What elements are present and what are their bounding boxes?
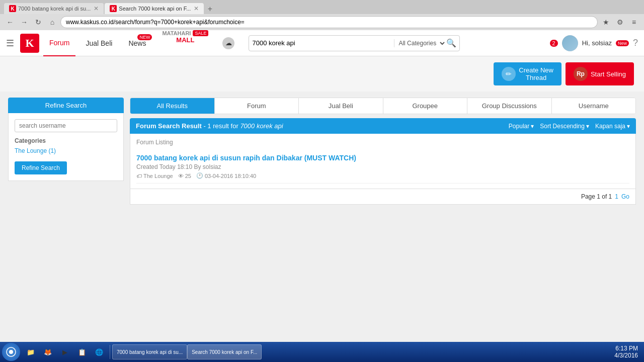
nav-forum[interactable]: Forum: [43, 30, 75, 56]
browser-nav-right: ★ ⚙ ≡: [600, 16, 640, 28]
browser-tab-2[interactable]: K Search 7000 korek api on F... ✕: [105, 3, 204, 14]
go-button[interactable]: Go: [621, 193, 629, 200]
new-user-badge: New: [616, 40, 629, 46]
sort-descending[interactable]: Sort Descending ▾: [540, 123, 589, 130]
category-lounge-link[interactable]: The Lounge (1): [15, 147, 117, 154]
reload-button[interactable]: ↻: [32, 16, 44, 28]
sidebar-title: Refine Search: [8, 98, 124, 113]
start-button[interactable]: [2, 343, 20, 361]
nav-jualbeli[interactable]: Jual Beli: [79, 30, 118, 56]
hamburger-menu[interactable]: ☰: [6, 38, 14, 49]
tag-category: 🏷 The Lounge: [136, 173, 173, 179]
tab-groupee[interactable]: Groupee: [383, 98, 468, 114]
page-number[interactable]: 1: [615, 193, 618, 200]
browser-tab-1[interactable]: K 7000 batang korek api di su... ✕: [4, 3, 104, 14]
nav-mall[interactable]: MATAHARI SALE MALL: [156, 30, 214, 56]
taskbar-file-manager[interactable]: 📁: [23, 344, 38, 359]
search-bar: All Categories 🔍: [249, 35, 460, 51]
taskbar: 📁 🦊 ▶ 📋 🌐 7000 batang korek api di su...…: [0, 342, 644, 362]
help-button[interactable]: ?: [633, 38, 638, 48]
tab-group-discussions[interactable]: Group Discussions: [467, 98, 552, 114]
taskbar-window-1[interactable]: 7000 batang korek api di su...: [112, 344, 187, 359]
search-button[interactable]: 🔍: [446, 38, 456, 48]
taskbar-right: 6:13 PM 4/3/2016: [614, 345, 642, 359]
main-layout: Refine Search Categories The Lounge (1) …: [0, 92, 644, 362]
tab-jualbeli[interactable]: Jual Beli: [299, 98, 383, 114]
username-search-input[interactable]: [15, 119, 117, 132]
pagination: Page 1 of 1 1 Go: [130, 189, 636, 205]
nav-news[interactable]: News NEW: [122, 30, 152, 56]
sidebar-body: Categories The Lounge (1) Refine Search: [8, 113, 124, 181]
header-right: 2 Hi, solsiaz New ?: [550, 35, 638, 51]
result-meta: Created Today 18:10 By solsiaz: [136, 163, 629, 170]
action-bar: ✏ Create NewThread Rp Start Selling: [0, 56, 644, 92]
browser-chrome: K 7000 batang korek api di su... ✕ K Sea…: [0, 0, 644, 30]
tab-forum[interactable]: Forum: [215, 98, 299, 114]
pencil-icon: ✏: [502, 67, 516, 81]
weather-icon: ☁: [222, 37, 234, 49]
site-logo[interactable]: K: [20, 34, 39, 53]
tab-close-2[interactable]: ✕: [194, 5, 199, 12]
taskbar-window-2[interactable]: Search 7000 korek api on F...: [187, 344, 262, 359]
results-body: Forum Listing 7000 batang korek api di s…: [130, 134, 636, 189]
sidebar: Refine Search Categories The Lounge (1) …: [8, 98, 124, 362]
search-input[interactable]: [252, 39, 394, 47]
categories-label: Categories: [15, 137, 117, 144]
taskbar-media[interactable]: ▶: [57, 344, 72, 359]
result-header: Forum Search Result - 1 result for 7000 …: [130, 118, 636, 134]
svg-point-1: [9, 350, 13, 354]
site-header: ☰ K Forum Jual Beli News NEW MATAHARI SA…: [0, 30, 644, 56]
results-panel: All Results Forum Jual Beli Groupee Grou…: [130, 98, 636, 362]
create-thread-button[interactable]: ✏ Create NewThread: [494, 62, 561, 85]
avatar[interactable]: [562, 35, 578, 51]
address-bar[interactable]: [60, 16, 598, 28]
taskbar-firefox[interactable]: 🦊: [40, 344, 55, 359]
taskbar-separator: [110, 345, 110, 359]
result-header-text: Forum Search Result - 1 result for 7000 …: [136, 122, 283, 130]
refine-search-button[interactable]: Refine Search: [15, 161, 67, 174]
tab-all-results[interactable]: All Results: [130, 98, 215, 114]
extensions-button[interactable]: ⚙: [614, 16, 626, 28]
forward-button[interactable]: →: [18, 16, 30, 28]
filter-tabs: All Results Forum Jual Beli Groupee Grou…: [130, 98, 636, 114]
start-selling-button[interactable]: Rp Start Selling: [566, 62, 634, 85]
taskbar-clock: 6:13 PM 4/3/2016: [614, 345, 638, 359]
news-badge: NEW: [137, 34, 152, 40]
rp-icon: Rp: [574, 67, 588, 81]
taskbar-app4[interactable]: 📋: [74, 344, 90, 359]
tag-views: 👁 25: [178, 173, 191, 179]
tab-username[interactable]: Username: [552, 98, 636, 114]
category-select[interactable]: All Categories: [394, 39, 446, 47]
page-label: Page 1 of 1: [581, 193, 612, 200]
forum-result-item: 7000 batang korek api di susun rapih dan…: [136, 150, 629, 184]
taskbar-app5[interactable]: 🌐: [92, 344, 107, 359]
bookmark-button[interactable]: ★: [600, 16, 612, 28]
tab-close-1[interactable]: ✕: [94, 5, 99, 12]
new-tab-button[interactable]: +: [205, 4, 215, 14]
result-tags: 🏷 The Lounge 👁 25 🕐 03-04-2016 18:10:40: [136, 172, 629, 179]
sort-time[interactable]: Kapan saja ▾: [595, 123, 630, 130]
back-button[interactable]: ←: [4, 16, 16, 28]
result-sort-controls: Popular ▾ Sort Descending ▾ Kapan saja ▾: [509, 123, 630, 130]
forum-listing-label: Forum Listing: [136, 139, 629, 146]
home-button[interactable]: ⌂: [46, 16, 58, 28]
sort-popular[interactable]: Popular ▾: [509, 123, 534, 130]
result-title[interactable]: 7000 batang korek api di susun rapih dan…: [136, 154, 629, 162]
tag-date: 🕐 03-04-2016 18:10:40: [196, 172, 256, 179]
settings-button[interactable]: ≡: [628, 16, 640, 28]
mall-sale-badge: SALE: [193, 30, 208, 36]
browser-tabs: K 7000 batang korek api di su... ✕ K Sea…: [0, 0, 644, 14]
notification-badge[interactable]: 2: [550, 40, 558, 47]
username-label: Hi, solsiaz: [582, 39, 612, 47]
browser-nav-bar: ← → ↻ ⌂ ★ ⚙ ≡: [0, 14, 644, 30]
